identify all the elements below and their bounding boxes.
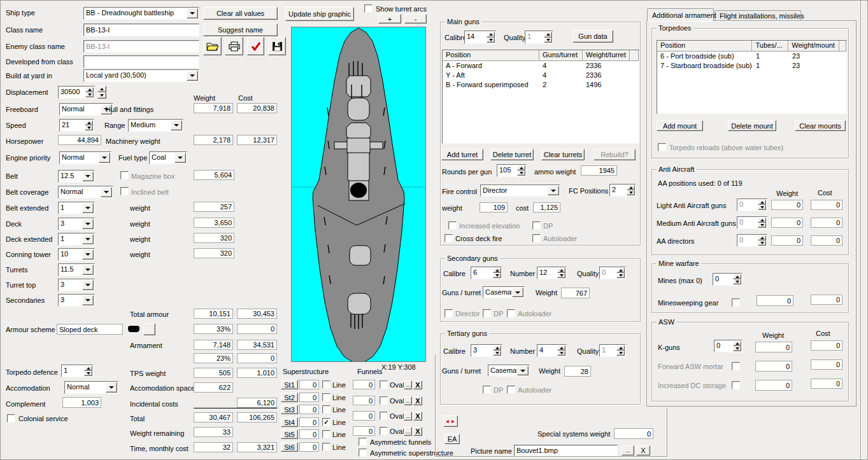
spin-up-button[interactable]: [733, 274, 741, 279]
superstructure-st2-value[interactable]: 0: [299, 393, 319, 402]
zoom-out-button[interactable]: -: [404, 14, 427, 24]
secondary-number-stepper[interactable]: 12: [537, 267, 567, 279]
dropdown-button[interactable]: [512, 288, 523, 297]
update-ship-graphic-button[interactable]: Update ship graphic: [285, 7, 354, 21]
superstructure-st1-line-checkbox[interactable]: [322, 380, 331, 389]
funnel-4-browse-button[interactable]: ...: [404, 427, 412, 436]
belt-coverage-select[interactable]: Normal: [58, 186, 113, 199]
funnel-1-delete-button[interactable]: X: [413, 380, 422, 389]
superstructure-st6-button[interactable]: St6: [281, 442, 298, 452]
add-turret-button[interactable]: Add turret: [441, 149, 483, 160]
superstructure-st1-button[interactable]: St1: [281, 380, 298, 389]
dropdown-button[interactable]: [82, 280, 94, 290]
speed-stepper[interactable]: 21: [59, 119, 94, 132]
spin-up-button[interactable]: [758, 235, 766, 240]
spin-up-button[interactable]: [616, 268, 625, 273]
spin-down-button[interactable]: [85, 92, 94, 97]
tab-flight-installations[interactable]: Flight installations, missiles: [715, 10, 801, 20]
spin-up-button[interactable]: [85, 87, 94, 92]
superstructure-st4-button[interactable]: St4: [281, 417, 298, 427]
superstructure-st2-line-checkbox[interactable]: [322, 393, 331, 401]
superstructure-st3-line-checkbox[interactable]: [322, 405, 331, 414]
funnel-4-oval-checkbox[interactable]: [380, 427, 388, 435]
spin-up-button[interactable]: [758, 200, 766, 205]
fc-positions-stepper[interactable]: 2: [609, 184, 636, 197]
asymmetric-superstructure-checkbox[interactable]: [359, 449, 367, 457]
spin-up-button[interactable]: [627, 185, 635, 190]
guns-per-turret-column-header[interactable]: Guns/turret: [539, 50, 583, 61]
armour-scheme-picker-button[interactable]: [143, 323, 155, 335]
belt-select[interactable]: 12.5: [58, 170, 95, 183]
dropdown-button[interactable]: [82, 234, 94, 244]
funnel-1-oval-checkbox[interactable]: [380, 380, 388, 389]
funnel-2-oval-checkbox[interactable]: [380, 396, 388, 405]
funnel-3-browse-button[interactable]: ...: [404, 412, 412, 421]
suggest-name-button[interactable]: Suggest name: [203, 24, 278, 36]
dropdown-button[interactable]: [82, 203, 94, 213]
displacement-fine-stepper[interactable]: [97, 86, 106, 99]
spin-up-button[interactable]: [487, 32, 495, 38]
secondaries-select[interactable]: 3: [58, 294, 95, 307]
gun-data-button[interactable]: Gun data: [573, 30, 613, 43]
show-turret-arcs-checkbox[interactable]: [364, 4, 373, 13]
spin-up-button[interactable]: [97, 86, 106, 92]
flip-view-button[interactable]: ◄►: [443, 415, 458, 427]
mines-stepper[interactable]: 0: [713, 273, 743, 286]
build-yard-select[interactable]: Local yard (30,500): [83, 69, 199, 82]
dropdown-button[interactable]: [187, 8, 198, 18]
secondary-quality-stepper[interactable]: 0: [599, 267, 626, 279]
dropdown-button[interactable]: [517, 366, 529, 375]
spin-down-button[interactable]: [493, 273, 501, 278]
turret-top-select[interactable]: 3: [58, 279, 95, 291]
superstructure-st5-button[interactable]: St5: [281, 429, 298, 439]
dropdown-button[interactable]: [99, 153, 110, 163]
add-mount-button[interactable]: Add mount: [657, 120, 703, 131]
spin-up-button[interactable]: [557, 268, 566, 273]
superstructure-st1-value[interactable]: 0: [299, 380, 319, 389]
superstructure-st6-value[interactable]: 0: [299, 442, 319, 452]
dropdown-button[interactable]: [187, 71, 198, 81]
spin-up-button[interactable]: [733, 341, 741, 346]
dropdown-button[interactable]: [101, 187, 112, 197]
cross-deck-fire-checkbox[interactable]: [445, 234, 453, 242]
funnel-2-value[interactable]: 0: [353, 396, 375, 405]
light-aa-stepper[interactable]: 0: [737, 199, 767, 211]
turret-row[interactable]: B - Forward superimposed 2 1496: [443, 81, 639, 90]
superstructure-st5-line-checkbox[interactable]: [322, 430, 331, 438]
torpedoes-table[interactable]: Position Tubes/... Weight/mount 6 - Port…: [657, 40, 847, 114]
accomodation-select[interactable]: Normal: [64, 381, 118, 394]
main-guns-table[interactable]: Position Guns/turret Weight/turret A - F…: [442, 50, 639, 144]
clear-all-values-button[interactable]: Clear all values: [203, 7, 278, 20]
spin-down-button[interactable]: [487, 38, 495, 43]
superstructure-st2-button[interactable]: St2: [281, 393, 298, 402]
aa-directors-stepper[interactable]: 0: [737, 234, 767, 247]
spin-up-button[interactable]: [85, 120, 93, 125]
spin-down-button[interactable]: [616, 351, 625, 356]
picture-browse-button[interactable]: ...: [622, 445, 634, 456]
turrets-select[interactable]: 11.5: [58, 263, 95, 276]
spin-down-button[interactable]: [84, 371, 92, 376]
funnel-2-delete-button[interactable]: X: [413, 396, 422, 405]
engine-priority-select[interactable]: Normal: [59, 151, 111, 164]
weight-per-turret-column-header[interactable]: Weight/turret: [583, 50, 630, 61]
minesweeping-gear-checkbox[interactable]: [732, 298, 740, 307]
dropdown-button[interactable]: [82, 249, 94, 260]
spin-up-button[interactable]: [517, 165, 525, 171]
print-button[interactable]: [225, 37, 243, 55]
dropdown-button[interactable]: [174, 153, 186, 163]
colonial-service-checkbox[interactable]: [7, 414, 15, 422]
tertiary-quality-stepper[interactable]: 1: [599, 344, 626, 357]
deck-select[interactable]: 3: [58, 218, 95, 230]
rounds-per-gun-stepper[interactable]: 105: [497, 164, 527, 177]
main-quality-stepper[interactable]: 1: [525, 31, 553, 44]
main-calibre-stepper[interactable]: 14: [464, 31, 496, 44]
superstructure-st6-line-checkbox[interactable]: [322, 443, 331, 451]
tertiary-number-stepper[interactable]: 4: [537, 344, 567, 357]
spin-down-button[interactable]: [557, 273, 566, 278]
delete-mount-button[interactable]: Delete mount: [728, 120, 776, 131]
delete-turret-button[interactable]: Delete turret: [490, 149, 534, 160]
k-guns-stepper[interactable]: 0: [714, 340, 743, 352]
position-column-header[interactable]: Position: [657, 41, 752, 52]
deck-extended-select[interactable]: 1: [58, 233, 95, 246]
dropdown-button[interactable]: [82, 295, 94, 305]
